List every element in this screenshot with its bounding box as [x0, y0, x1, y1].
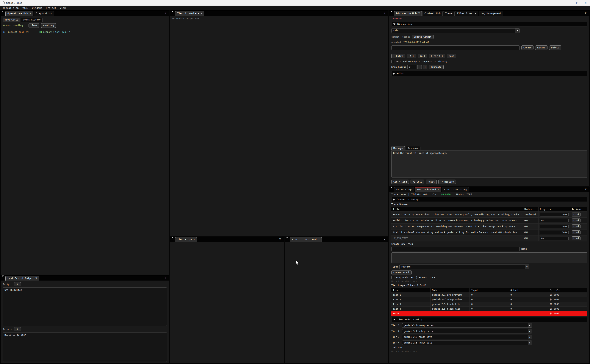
tab-discussion-hub[interactable]: Discussion Hub X: [394, 11, 422, 16]
reset-button[interactable]: Reset: [426, 180, 437, 184]
decrement-button[interactable]: -: [417, 65, 422, 69]
load-button[interactable]: Load: [572, 236, 581, 240]
discussion-select[interactable]: main ▼: [391, 28, 520, 33]
window-title: manual slop: [6, 1, 22, 4]
expand-all-button[interactable]: +All: [418, 54, 427, 58]
auto-add-checkbox[interactable]: [391, 60, 394, 63]
tab-tool-calls[interactable]: Tool Calls: [3, 18, 20, 22]
tab-message[interactable]: Message: [391, 146, 405, 150]
md-only-button[interactable]: MD Only: [410, 180, 424, 184]
tier3-model-select[interactable]: gemini-2.5-flash-lite ▼: [402, 335, 532, 339]
panel-collapse-icon[interactable]: [390, 12, 393, 14]
panel-collapse-icon[interactable]: [171, 238, 174, 241]
message-textarea[interactable]: Read the first 10 lines of aggregate.py.: [391, 150, 587, 178]
mma-status-bar: Track: None | Tickets: 0/0 | Cost: $0.00…: [391, 193, 587, 196]
tier-model-config-header[interactable]: Tier Model Config: [391, 317, 587, 322]
to-history-button[interactable]: -> History: [438, 180, 456, 184]
tab-mma-dashboard[interactable]: MMA Dashboard X: [415, 187, 441, 192]
script-textarea[interactable]: Get-ChildItem: [3, 287, 167, 326]
tab-files-media[interactable]: Files & Media: [455, 11, 478, 16]
clear-button[interactable]: Clear: [28, 23, 39, 28]
create-button[interactable]: Create: [521, 46, 533, 50]
gen-send-button[interactable]: Gen + Send: [391, 180, 409, 184]
save-button[interactable]: Save: [447, 54, 456, 58]
output-textarea[interactable]: REJECTED by user: [3, 332, 167, 362]
panel-close-icon[interactable]: X: [163, 277, 168, 280]
track-description-textarea[interactable]: [391, 252, 587, 263]
close-icon[interactable]: X: [418, 12, 420, 15]
track-type-select[interactable]: feature ▼: [399, 265, 529, 269]
track-name-input[interactable]: [391, 247, 520, 251]
load-log-button[interactable]: Load Log: [41, 23, 56, 28]
minimize-button[interactable]: —: [564, 0, 573, 6]
truncate-button[interactable]: Truncate: [429, 65, 443, 69]
output-expand-button[interactable]: [+]: [14, 327, 21, 331]
increment-button[interactable]: +: [423, 65, 427, 69]
tab-diagnostics[interactable]: Diagnostics: [34, 11, 54, 16]
panel-collapse-icon[interactable]: [171, 12, 174, 14]
discussion-name-input[interactable]: [391, 46, 520, 50]
menu-item-view-2[interactable]: View: [58, 6, 67, 10]
tier2-tech-lead-panel: Tier 2: Tech Lead X X: [285, 237, 388, 364]
panel-close-icon[interactable]: X: [583, 12, 588, 15]
discussions-section-header[interactable]: Discussions: [391, 22, 587, 26]
tab-last-script-output[interactable]: Last Script Output X: [5, 276, 39, 280]
tab-context-hub[interactable]: Context Hub: [422, 11, 442, 16]
conductor-setup-header[interactable]: Conductor Setup: [391, 197, 587, 202]
tab-operations-hub[interactable]: Operations Hub X: [5, 11, 33, 16]
step-mode-checkbox[interactable]: [391, 276, 394, 279]
panel-close-icon[interactable]: X: [382, 12, 387, 15]
close-icon[interactable]: X: [194, 238, 195, 241]
roles-section-header[interactable]: Roles: [391, 71, 587, 76]
panel-close-icon[interactable]: X: [278, 238, 282, 241]
panel-collapse-icon[interactable]: [2, 277, 4, 280]
legend-response: response: [43, 31, 54, 33]
load-button[interactable]: Load: [572, 213, 581, 216]
tab-response[interactable]: Response: [406, 146, 421, 150]
tier1-model-select[interactable]: gemini-3.1-pro-preview ▼: [402, 323, 532, 328]
collapse-all-button[interactable]: -All: [407, 54, 416, 58]
close-icon[interactable]: X: [201, 12, 202, 15]
operations-hub-tabbar: Operations Hub X Diagnostics X: [0, 11, 169, 16]
chevron-down-icon: ▼: [528, 323, 532, 327]
panel-close-icon[interactable]: X: [163, 12, 168, 15]
menu-item-project[interactable]: Project: [44, 6, 58, 10]
keep-pairs-input[interactable]: 2: [407, 65, 416, 69]
tab-log-management[interactable]: Log Management: [479, 11, 503, 16]
maximize-button[interactable]: □: [573, 0, 581, 6]
update-commit-button[interactable]: Update Commit: [412, 35, 434, 39]
menu-item-view[interactable]: View: [20, 6, 30, 10]
tab-tier3-workers[interactable]: Tier 3: Workers X: [175, 11, 204, 16]
panel-collapse-icon[interactable]: [390, 188, 393, 191]
menu-item-manual-slop[interactable]: manual slop: [1, 6, 20, 10]
load-button[interactable]: Load: [572, 219, 581, 222]
tab-tier4-qa[interactable]: Tier 4: QA X: [175, 237, 197, 242]
close-icon[interactable]: X: [318, 238, 320, 241]
script-expand-button[interactable]: [+]: [14, 282, 21, 286]
tab-ai-settings[interactable]: AI Settings: [394, 187, 414, 192]
close-icon[interactable]: X: [438, 188, 439, 191]
tier4-model-select[interactable]: gemini-2.5-flash-lite ▼: [402, 341, 532, 345]
menu-item-windows[interactable]: Windows: [30, 6, 44, 10]
close-button[interactable]: ✕: [581, 0, 590, 6]
delete-button[interactable]: Delete: [549, 46, 561, 50]
tier2-model-select[interactable]: gemini-3-flash-preview ▼: [402, 329, 532, 333]
task-dag-empty-text: No active MMA track.: [391, 350, 587, 353]
clear-all-button[interactable]: Clear All: [429, 54, 445, 58]
close-icon[interactable]: X: [35, 277, 37, 280]
tab-tier2-tech-lead[interactable]: Tier 2: Tech Lead X: [290, 237, 322, 242]
panel-close-icon[interactable]: X: [382, 238, 387, 241]
load-button[interactable]: Load: [572, 224, 581, 228]
panel-collapse-icon[interactable]: [286, 238, 288, 241]
panel-close-icon[interactable]: X: [583, 188, 588, 191]
add-entry-button[interactable]: + Entry: [391, 54, 405, 58]
close-icon[interactable]: X: [30, 12, 31, 15]
panel-collapse-icon[interactable]: [2, 12, 4, 14]
create-track-button[interactable]: Create Track: [391, 270, 412, 275]
tab-theme[interactable]: Theme: [443, 11, 455, 16]
tab-comms-history[interactable]: Comms History: [21, 18, 42, 22]
tab-tier1-strategy[interactable]: Tier 1: Strategy: [442, 187, 469, 192]
load-button[interactable]: Load: [572, 230, 581, 234]
rename-button[interactable]: Rename: [535, 46, 547, 50]
app-icon: [2, 1, 5, 4]
